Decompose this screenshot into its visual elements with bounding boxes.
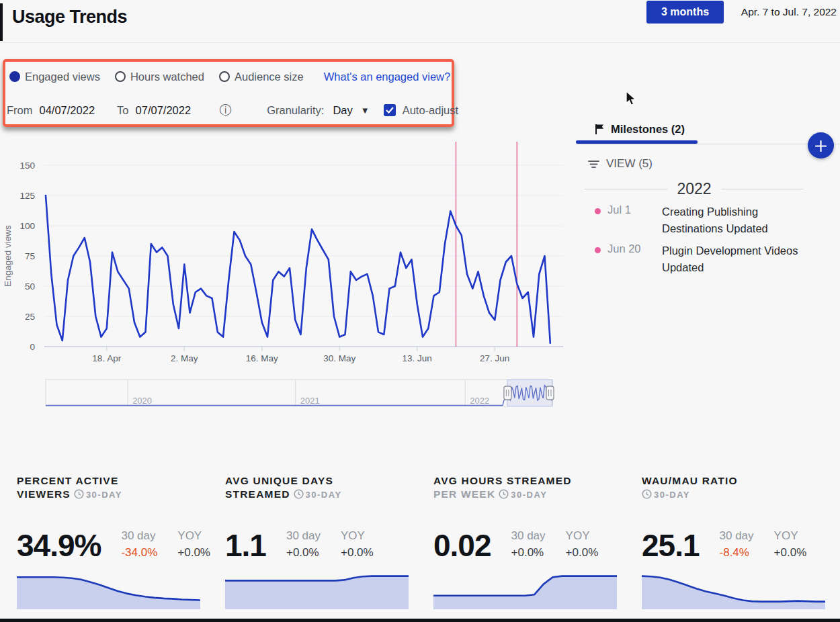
kpi-title: WAU/MAU RATIO 30-DAY [642,474,837,502]
to-label: To [117,104,128,117]
svg-text:16. May: 16. May [246,353,278,363]
radio-label: Audience size [235,71,304,83]
kpi-delta-30day: 30 day -34.0% [121,529,157,561]
granularity-label: Granularity: [267,104,324,117]
flag-icon [595,124,605,135]
from-date-input[interactable]: 04/07/2022 [40,104,95,117]
kpi-sparkline [225,570,409,613]
brush-handle[interactable] [504,386,511,400]
radio-label: Hours watched [130,71,204,83]
kpi-delta-yoy: YOY +0.0% [177,529,210,561]
milestone-date: Jul 1 [607,204,656,216]
kpi-delta-30day: 30 day +0.0% [286,529,321,561]
radio-label: Engaged views [25,71,100,83]
kpi-value: 1.1 [225,530,266,561]
from-label: From [7,104,33,117]
kpi-value: 25.1 [642,530,700,561]
divider [721,189,804,189]
milestone-item[interactable]: Jul 1 Creating Publishing Destinations U… [595,204,816,237]
radio-hours-watched[interactable]: Hours watched [115,71,204,83]
kpi-values: 34.9% 30 day -34.0% YOY +0.0% [17,529,212,561]
kpi-values: 1.1 30 day +0.0% YOY +0.0% [225,529,420,561]
kpi-delta-yoy: YOY +0.0% [566,529,599,561]
divider [585,189,667,189]
kpi-delta-yoy: YOY +0.0% [341,529,374,561]
kpi-values: 0.02 30 day +0.0% YOY +0.0% [433,529,628,561]
auto-adjust-label: Auto-adjust [403,104,458,117]
milestone-text: Plugin Development Videos Updated [662,242,816,276]
svg-text:13. Jun: 13. Jun [403,353,432,363]
clock-icon [74,489,84,502]
radio-icon [9,71,20,82]
header-divider [0,42,840,43]
svg-text:2022: 2022 [470,396,489,406]
milestones-year-header: 2022 [585,180,804,198]
clock-icon [294,489,304,502]
timeline-brush[interactable]: 202020212022 [40,373,558,414]
granularity-select[interactable]: Day [333,104,352,117]
filter-icon [588,160,599,169]
range-3-months-button[interactable]: 3 months [646,1,724,24]
radio-audience-size[interactable]: Audience size [219,71,304,83]
kpi-avg-unique-days-streamed: AVG UNIQUE DAYS STREAMED30-DAY 1.1 30 da… [225,474,420,561]
kpi-value: 0.02 [433,530,491,561]
kpi-title: AVG UNIQUE DAYS STREAMED30-DAY [225,474,420,502]
tab-milestones[interactable]: Milestones (2) [595,123,685,136]
brush-handle[interactable] [546,386,554,400]
svg-text:2. May: 2. May [171,353,198,363]
milestone-item[interactable]: Jun 20 Plugin Development Videos Updated [595,242,816,276]
svg-text:Engaged views: Engaged views [3,225,13,287]
svg-text:18. Apr: 18. Apr [92,353,121,363]
to-date-input[interactable]: 07/07/2022 [136,104,192,117]
date-controls-row: From 04/07/2022 To 07/07/2022 ⓘ Granular… [7,102,458,118]
view-filter-label: VIEW (5) [606,157,653,171]
kpi-delta-yoy: YOY +0.0% [774,529,807,561]
kpi-title: PERCENT ACTIVE VIEWERS30-DAY [17,474,212,502]
check-icon [386,107,394,114]
milestone-dot-icon [595,247,601,253]
date-range-label: Apr. 7 to Jul. 7, 2022 [736,6,837,18]
svg-text:100: 100 [19,221,35,231]
window-edge-bar [0,3,3,41]
metric-radio-group: Engaged views Hours watched Audience siz… [9,69,450,84]
window-bottom-bar [0,619,840,622]
svg-text:27. Jun: 27. Jun [480,353,509,363]
milestone-dot-icon [595,208,601,214]
clock-icon [499,489,509,502]
add-milestone-button[interactable] [808,132,834,159]
svg-text:150: 150 [19,161,35,171]
year-label: 2022 [677,180,711,198]
tab-divider [576,144,840,144]
kpi-sparkline [433,570,618,613]
plus-icon [815,140,827,152]
kpi-percent-active-viewers: PERCENT ACTIVE VIEWERS30-DAY 34.9% 30 da… [17,474,212,561]
svg-text:75: 75 [25,251,35,261]
clock-icon [642,489,652,502]
milestone-date: Jun 20 [607,242,656,255]
radio-icon [115,71,126,82]
auto-adjust-checkbox[interactable] [384,104,396,116]
svg-text:50: 50 [25,281,35,292]
milestone-text: Creating Publishing Destinations Updated [662,204,816,237]
kpi-wau-mau-ratio: WAU/MAU RATIO 30-DAY 25.1 30 day -8.4% Y… [642,474,837,561]
page-title: Usage Trends [12,7,127,28]
kpi-values: 25.1 30 day -8.4% YOY +0.0% [642,529,837,561]
svg-text:2020: 2020 [132,396,152,406]
milestones-view-filter[interactable]: VIEW (5) [588,157,653,171]
kpi-value: 34.9% [17,530,101,561]
caret-down-icon[interactable]: ▼ [361,105,370,116]
tab-label: Milestones (2) [611,123,685,136]
svg-text:125: 125 [19,191,35,201]
svg-text:2021: 2021 [300,396,320,406]
radio-engaged-views[interactable]: Engaged views [9,71,100,83]
svg-text:25: 25 [25,312,35,322]
info-icon[interactable]: ⓘ [219,104,231,116]
svg-text:0: 0 [30,342,35,352]
engaged-views-line-chart[interactable]: 025507510012515018. Apr2. May16. May30. … [0,138,571,373]
mouse-cursor [624,90,638,106]
engaged-view-help-link[interactable]: What's an engaged view? [324,71,450,83]
kpi-delta-30day: 30 day +0.0% [511,529,546,561]
kpi-title: AVG HOURS STREAMED PER WEEK30-DAY [433,474,628,502]
tab-active-underline [576,140,698,144]
svg-text:30. May: 30. May [323,353,355,363]
